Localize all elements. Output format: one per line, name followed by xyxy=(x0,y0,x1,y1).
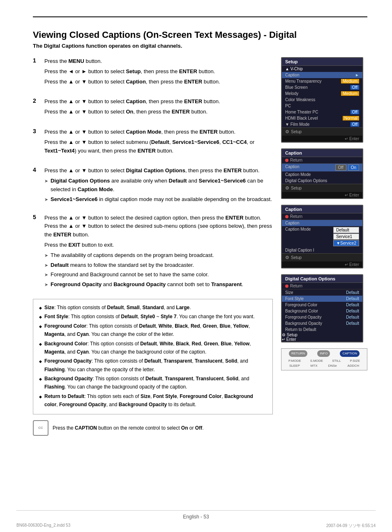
bullet-list: Size: This option consists of Default, S… xyxy=(33,299,273,414)
caption-menu-2-return: Return xyxy=(282,213,362,220)
page-footer: English - 53 xyxy=(16,510,376,520)
remote-return-btn: RETURN xyxy=(289,350,307,357)
caption-menu-1-mode: Caption Mode xyxy=(282,171,362,178)
setup-item-home-theater: Home Theater PC Off xyxy=(282,109,362,115)
dco-return-default: Return to Default xyxy=(282,326,362,333)
remote-labels: SLEEP MTX DNSe ADDCH xyxy=(284,363,364,368)
enter-bar-3: ↵ Enter xyxy=(282,261,362,268)
arrow-icon-2: ➤ xyxy=(44,196,48,204)
bullet-fg-color: Foreground Color: This option consists o… xyxy=(39,322,267,339)
remote-bottom-row: P.MODE S.MODE STILL P.SIZE xyxy=(284,359,364,363)
return-dot-1 xyxy=(285,159,288,162)
page-title: Viewing Closed Captions (On-Screen Text … xyxy=(33,30,367,40)
step-content-5: Press the ▲ or ▼ button to select the de… xyxy=(44,214,273,289)
step-content-1: Press the MENU button. Press the ◄ or ► … xyxy=(44,57,273,88)
caption-menu-1-dco: Digital Caption Options xyxy=(282,178,362,184)
step-3: 3 Press the ▲ or ▼ button to select Capt… xyxy=(33,128,273,157)
step5-note1: ➤ The availability of captions depends o… xyxy=(44,251,273,260)
step-2: 2 Press the ▲ or ▼ button to select Capt… xyxy=(33,97,273,118)
caption-menu-1-caption: Caption Off On xyxy=(282,164,362,171)
step3-line1: Press the ▲ or ▼ button to select Captio… xyxy=(44,128,273,136)
dco-return: Return xyxy=(282,283,362,289)
step-number-3: 3 xyxy=(33,128,40,157)
setup-header-arrow: ▲ V-Chip xyxy=(282,66,362,72)
step5-note2: ➤ Default means to follow the standard s… xyxy=(44,261,273,270)
caption-icon: CC xyxy=(33,420,48,436)
submenu-service1: Service1 xyxy=(333,234,359,240)
setup-menu: Setup ▲ V-Chip Caption ► Menu Transparen… xyxy=(281,57,363,143)
footer-bottom: BN68-00630D-Eng_2.indd 53 2007-04-09 ソソ午… xyxy=(0,523,392,529)
content-area: 1 Press the MENU button. Press the ◄ or … xyxy=(33,57,367,436)
enter-bar-2: ↵ Enter xyxy=(282,192,362,198)
setup-menu-title: Setup xyxy=(282,58,362,66)
setup-bar-4: ⚙ Setup xyxy=(282,333,362,337)
bullet-bg-opacity: Background Opacity: This option consists… xyxy=(39,375,267,391)
setup-bar-1: ⚙ Setup xyxy=(282,127,362,136)
step-content-3: Press the ▲ or ▼ button to select Captio… xyxy=(44,128,273,157)
bullet-font-style: Font Style: This option consists of Defa… xyxy=(39,312,267,321)
caption-menu-2-dco: Digital Caption I xyxy=(282,247,362,253)
step-content-2: Press the ▲ or ▼ button to select Captio… xyxy=(44,97,273,118)
bullet-fg-opacity: Foreground Opacity: This option consists… xyxy=(39,357,267,374)
page-number: English - 53 xyxy=(183,514,209,520)
remote-top-buttons: RETURN INFO CAPTION xyxy=(284,350,364,357)
dco-title: Digital Caption Options xyxy=(282,275,362,283)
remote-caption-btn: CAPTION xyxy=(340,350,360,357)
arrow-icon-3: ➤ xyxy=(44,252,48,260)
page: Viewing Closed Captions (On-Screen Text … xyxy=(0,0,392,532)
setup-bar-3: ⚙ Setup xyxy=(282,253,362,261)
setup-item-menu-transparency: Menu Transparency Medium xyxy=(282,78,362,84)
submenu-service2: ▼Service2 xyxy=(333,240,359,246)
setup-bar-2: ⚙ Setup xyxy=(282,184,362,192)
step5-extra: Press the EXIT button to exit. xyxy=(44,241,273,250)
footer-right: 2007-04-09 ソソ午 6:55:14 xyxy=(326,523,376,529)
right-column: Setup ▲ V-Chip Caption ► Menu Transparen… xyxy=(281,57,367,436)
bullet-bg-color: Background Color: This option consists o… xyxy=(39,340,267,356)
setup-item-hdmi: HDMI Black Level Normal xyxy=(282,115,362,121)
step1-line2: Press the ◄ or ► button to select Setup,… xyxy=(44,67,273,76)
caption-menu-2-title: Caption xyxy=(282,206,362,213)
step4-line1: Press the ▲ or ▼ button to select Digita… xyxy=(44,167,273,175)
step-number-4: 4 xyxy=(33,167,40,204)
submenu-default: Default xyxy=(333,227,359,233)
caption-on-off-1: Off On xyxy=(335,164,360,171)
step-number-2: 2 xyxy=(33,97,40,118)
arrow-icon-4: ➤ xyxy=(44,262,48,270)
step2-line1: Press the ▲ or ▼ button to select Captio… xyxy=(44,97,273,106)
step2-line2: Press the ▲ or ▼ button to select On, th… xyxy=(44,108,273,116)
step5-note4: ➤ Foreground Opacity and Background Opac… xyxy=(44,280,273,289)
return-dot-2 xyxy=(285,215,288,218)
step-4: 4 Press the ▲ or ▼ button to select Digi… xyxy=(33,167,273,204)
caption-note-text: Press the CAPTION button on the remote c… xyxy=(53,425,204,431)
step5-line1: Press the ▲ or ▼ button to select the de… xyxy=(44,214,273,239)
step-number-5: 5 xyxy=(33,214,40,289)
step4-indent1: ➤ Digital Caption Options are available … xyxy=(44,177,273,194)
setup-item-caption: Caption ► xyxy=(282,72,362,78)
return-dot-3 xyxy=(285,285,288,288)
page-subtitle: The Digital Captions function operates o… xyxy=(33,43,367,49)
bullet-size: Size: This option consists of Default, S… xyxy=(39,303,267,312)
dco-font-style: Font Style Default xyxy=(282,296,362,302)
step4-indent2: ➤ Service1~Service6 in digital caption m… xyxy=(44,195,273,204)
dco-bg-opacity: Background Opacity Default xyxy=(282,320,362,326)
setup-item-color-weakness: Color Weakness xyxy=(282,97,362,103)
step3-line2: Press the ▲ or ▼ button to select submen… xyxy=(44,138,273,155)
enter-bar-1: ↵ Enter xyxy=(282,136,362,142)
remote-image: RETURN INFO CAPTION P.MODE S.MODE STILL … xyxy=(281,348,367,370)
enter-bar-4: ↵ Enter xyxy=(282,337,362,342)
footer-left: BN68-00630D-Eng_2.indd 53 xyxy=(16,523,70,529)
step5-note3: ➤ Foreground and Background cannot be se… xyxy=(44,271,273,279)
dco-fg-opacity: Foreground Opacity Default xyxy=(282,314,362,320)
gear-icon-2: ⚙ xyxy=(285,185,289,191)
left-column: 1 Press the MENU button. Press the ◄ or … xyxy=(33,57,273,436)
step-number-1: 1 xyxy=(33,57,40,88)
arrow-icon-1: ➤ xyxy=(44,178,48,194)
submenu-options: Default Service1 ▼Service2 xyxy=(333,227,359,246)
bullet-return-default: Return to Default: This option sets each… xyxy=(39,392,267,409)
dco-menu: Digital Caption Options Return Size Defa… xyxy=(281,274,363,342)
caption-menu-1-title: Caption xyxy=(282,149,362,157)
gear-icon-4: ⚙ xyxy=(282,333,286,337)
gear-icon-1: ⚙ xyxy=(285,129,289,134)
dco-bg-color: Background Color Default xyxy=(282,308,362,314)
arrow-icon-6: ➤ xyxy=(44,281,48,289)
